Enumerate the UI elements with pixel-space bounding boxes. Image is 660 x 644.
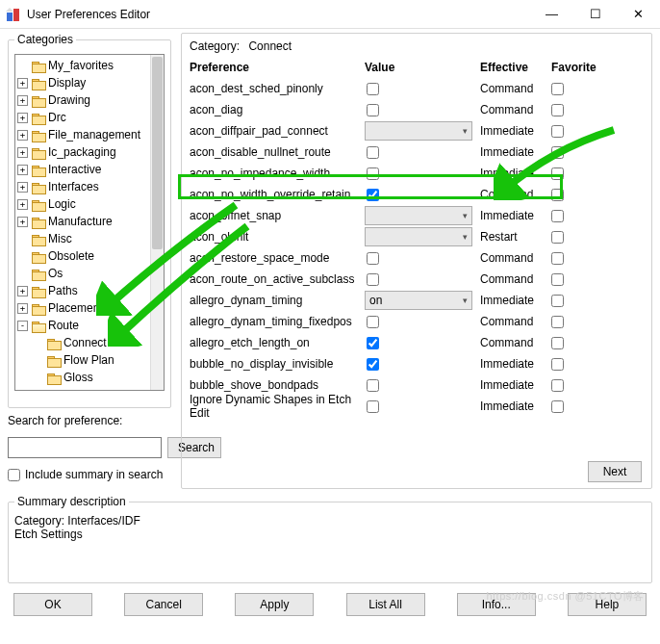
value-checkbox[interactable] (367, 252, 379, 265)
tree-node[interactable]: +Drawing (17, 91, 150, 109)
value-checkbox[interactable] (367, 146, 379, 159)
pref-favorite[interactable] (551, 184, 603, 205)
pref-value[interactable]: ▾ (365, 226, 480, 247)
tree-node[interactable]: -Route (17, 317, 150, 334)
value-checkbox[interactable] (367, 189, 379, 201)
tree-node[interactable]: +Manufacture (17, 213, 150, 230)
expand-icon[interactable]: + (17, 147, 28, 158)
value-combo[interactable]: ▾ (365, 121, 472, 141)
minimize-button[interactable]: — (530, 0, 573, 28)
tree-node[interactable]: Gloss (17, 369, 150, 386)
expand-icon[interactable]: + (17, 78, 28, 89)
expand-icon[interactable]: + (17, 182, 28, 193)
favorite-checkbox[interactable] (551, 231, 564, 244)
expand-icon[interactable]: + (17, 95, 28, 106)
expand-icon[interactable]: + (17, 390, 28, 391)
pref-value[interactable]: on▾ (365, 290, 480, 311)
tree-node[interactable]: +Logic (17, 195, 150, 213)
pref-favorite[interactable] (551, 226, 603, 247)
tree-node[interactable]: Misc (17, 230, 150, 247)
pref-value[interactable] (365, 142, 480, 163)
expand-icon[interactable]: + (17, 199, 28, 210)
pref-value[interactable] (365, 163, 480, 184)
favorite-checkbox[interactable] (551, 146, 564, 159)
apply-button[interactable]: Apply (235, 593, 314, 616)
pref-favorite[interactable] (551, 142, 603, 163)
pref-value[interactable]: ▾ (365, 120, 480, 142)
tree-node[interactable]: Flow Plan (17, 351, 150, 369)
pref-favorite[interactable] (551, 99, 603, 120)
pref-favorite[interactable] (551, 247, 603, 269)
tree-node[interactable]: +File_management (17, 126, 150, 143)
favorite-checkbox[interactable] (551, 125, 564, 138)
close-button[interactable]: ✕ (617, 0, 660, 28)
favorite-checkbox[interactable] (551, 252, 564, 265)
info-button[interactable]: Info... (457, 593, 536, 616)
next-button[interactable]: Next (588, 461, 642, 482)
categories-tree[interactable]: My_favorites+Display+Drawing+Drc+File_ma… (15, 55, 150, 390)
expand-icon[interactable]: + (17, 217, 28, 227)
pref-value[interactable] (365, 99, 480, 120)
expand-icon[interactable]: + (17, 130, 28, 141)
favorite-checkbox[interactable] (551, 358, 564, 371)
pref-favorite[interactable] (551, 353, 603, 374)
favorite-checkbox[interactable] (551, 83, 564, 95)
value-checkbox[interactable] (367, 316, 379, 328)
pref-favorite[interactable] (551, 163, 603, 184)
pref-value[interactable] (365, 396, 480, 417)
pref-value[interactable] (365, 78, 480, 99)
value-checkbox[interactable] (367, 400, 379, 413)
value-checkbox[interactable] (367, 167, 379, 180)
pref-value[interactable]: ▾ (365, 205, 480, 226)
pref-favorite[interactable] (551, 332, 603, 353)
value-checkbox[interactable] (367, 104, 379, 116)
favorite-checkbox[interactable] (551, 379, 564, 392)
tree-node[interactable]: +Drc (17, 109, 150, 126)
tree-node[interactable]: My_favorites (17, 57, 150, 74)
tree-node[interactable]: +Placement (17, 299, 150, 317)
value-checkbox[interactable] (367, 358, 379, 371)
value-checkbox[interactable] (367, 379, 379, 392)
search-input[interactable] (8, 437, 162, 458)
pref-favorite[interactable] (551, 290, 603, 311)
listall-button[interactable]: List All (346, 593, 425, 616)
pref-value[interactable] (365, 184, 480, 205)
pref-favorite[interactable] (551, 78, 603, 99)
favorite-checkbox[interactable] (551, 210, 564, 222)
value-combo[interactable]: on▾ (365, 291, 472, 310)
favorite-checkbox[interactable] (551, 273, 564, 286)
favorite-checkbox[interactable] (551, 189, 564, 201)
tree-node[interactable]: +Interfaces (17, 178, 150, 195)
pref-favorite[interactable] (551, 396, 603, 417)
expand-icon[interactable]: + (17, 303, 28, 314)
tree-node[interactable]: +Shapes (17, 386, 150, 390)
help-button[interactable]: Help (568, 593, 647, 616)
tree-node[interactable]: +Ic_packaging (17, 143, 150, 161)
expand-icon[interactable]: + (17, 165, 28, 175)
favorite-checkbox[interactable] (551, 316, 564, 328)
pref-value[interactable] (365, 247, 480, 269)
pref-value[interactable] (365, 269, 480, 290)
pref-favorite[interactable] (551, 374, 603, 396)
pref-favorite[interactable] (551, 269, 603, 290)
pref-value[interactable] (365, 311, 480, 332)
pref-favorite[interactable] (551, 205, 603, 226)
pref-value[interactable] (365, 353, 480, 374)
favorite-checkbox[interactable] (551, 295, 564, 307)
expand-icon[interactable]: + (17, 286, 28, 296)
collapse-icon[interactable]: - (17, 321, 28, 331)
tree-node[interactable]: Obsolete (17, 247, 150, 265)
tree-node[interactable]: Connect (17, 334, 150, 351)
pref-value[interactable] (365, 332, 480, 353)
cancel-button[interactable]: Cancel (124, 593, 203, 616)
maximize-button[interactable]: ☐ (573, 0, 617, 28)
favorite-checkbox[interactable] (551, 167, 564, 180)
favorite-checkbox[interactable] (551, 337, 564, 349)
favorite-checkbox[interactable] (551, 104, 564, 116)
pref-favorite[interactable] (551, 311, 603, 332)
ok-button[interactable]: OK (13, 593, 92, 616)
value-checkbox[interactable] (367, 337, 379, 349)
expand-icon[interactable]: + (17, 113, 28, 123)
tree-scrollbar[interactable] (150, 55, 164, 390)
include-summary-checkbox[interactable]: Include summary in search (8, 468, 171, 481)
